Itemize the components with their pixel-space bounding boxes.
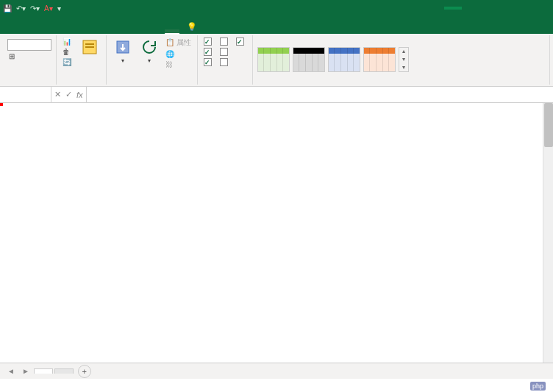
open-browser: 🌐 [164, 49, 193, 59]
bulb-icon: 💡 [187, 22, 197, 32]
tab-formulas[interactable] [62, 29, 76, 34]
cb-header-row[interactable] [202, 37, 215, 46]
style-thumb-1[interactable] [257, 47, 290, 72]
redo-icon[interactable]: ↷▾ [30, 4, 40, 13]
tab-wps[interactable] [150, 29, 165, 34]
refresh-button[interactable]: ▾ [138, 37, 161, 65]
tab-layout[interactable] [47, 29, 62, 34]
tab-design[interactable] [165, 29, 179, 34]
name-box[interactable] [0, 87, 51, 102]
highlight-box [0, 103, 3, 106]
tablename-label [7, 37, 51, 38]
tablename-input[interactable] [7, 39, 51, 51]
sheet-tab-2[interactable] [54, 368, 74, 374]
cb-last-col[interactable] [218, 47, 232, 57]
quick-access-toolbar: 💾 ↶▾ ↷▾ A▾ ▾ [3, 4, 61, 13]
sheet-tab-1[interactable] [34, 368, 53, 374]
contextual-tab-label [444, 7, 462, 10]
qat-more-icon[interactable]: A▾ [44, 4, 53, 13]
ribbon: ⊞ 📊 🗑 🔄 ▾ ▾ [0, 34, 553, 87]
formula-bar: ✕ ✓ fx [0, 87, 553, 103]
cb-filter-button[interactable] [235, 37, 248, 46]
group-style-options [198, 35, 253, 85]
tab-insert[interactable] [32, 29, 47, 34]
group-table-styles: ▴▾▾ [253, 35, 550, 85]
formula-bar-buttons: ✕ ✓ fx [51, 87, 87, 102]
tab-file[interactable] [3, 29, 18, 34]
cancel-icon[interactable]: ✕ [54, 90, 61, 99]
fx-icon[interactable]: fx [76, 90, 83, 99]
titlebar: 💾 ↶▾ ↷▾ A▾ ▾ [0, 0, 553, 16]
add-sheet-button[interactable]: + [78, 365, 91, 378]
convert-range[interactable]: 🔄 [61, 57, 75, 67]
ribbon-tabs: 💡 [0, 16, 553, 34]
qat-dropdown-icon[interactable]: ▾ [57, 4, 61, 13]
export-button[interactable]: ▾ [111, 37, 135, 65]
tab-review[interactable] [91, 29, 106, 34]
grid-area [0, 103, 553, 375]
remove-duplicates[interactable]: 🗑 [61, 47, 75, 57]
watermark: php [530, 382, 549, 391]
tab-home[interactable] [18, 29, 32, 34]
svg-rect-1 [85, 43, 94, 45]
unlink: ⛓ [164, 60, 193, 69]
style-thumb-2[interactable] [293, 47, 325, 72]
cb-first-col[interactable] [218, 37, 232, 46]
formula-input[interactable] [87, 93, 553, 96]
styles-more[interactable]: ▴▾▾ [399, 47, 409, 72]
enter-icon[interactable]: ✓ [65, 90, 72, 99]
tab-foxit[interactable] [135, 29, 150, 34]
tab-view[interactable] [106, 29, 121, 34]
tab-data[interactable] [76, 29, 91, 34]
style-thumb-4[interactable] [363, 47, 396, 72]
sheet-tab-bar: ◄ ► + [0, 363, 553, 379]
group-properties: ⊞ [3, 35, 57, 85]
vertical-scrollbar[interactable]: ▴ [543, 103, 553, 363]
undo-icon[interactable]: ↶▾ [16, 4, 26, 13]
pivot-summary[interactable]: 📊 [61, 37, 75, 46]
cb-total-row[interactable] [202, 47, 215, 57]
tab-help[interactable] [121, 29, 135, 34]
group-external: ▾ ▾ 📋 属性 🌐 ⛓ [107, 35, 198, 85]
sheet-nav-next[interactable]: ► [19, 367, 32, 375]
svg-rect-2 [85, 46, 94, 48]
resize-table[interactable]: ⊞ [7, 51, 51, 61]
cb-banded-rows[interactable] [202, 57, 215, 67]
save-icon[interactable]: 💾 [3, 4, 12, 13]
properties-link: 📋 属性 [164, 37, 193, 49]
php-logo-icon: php [530, 382, 546, 391]
tell-me[interactable]: 💡 [179, 20, 207, 34]
sheet-nav-prev[interactable]: ◄ [4, 367, 18, 375]
cb-banded-cols[interactable] [218, 57, 232, 67]
style-thumb-3[interactable] [328, 47, 360, 72]
group-tools: 📊 🗑 🔄 [57, 35, 107, 85]
insert-slicer[interactable] [78, 37, 101, 58]
